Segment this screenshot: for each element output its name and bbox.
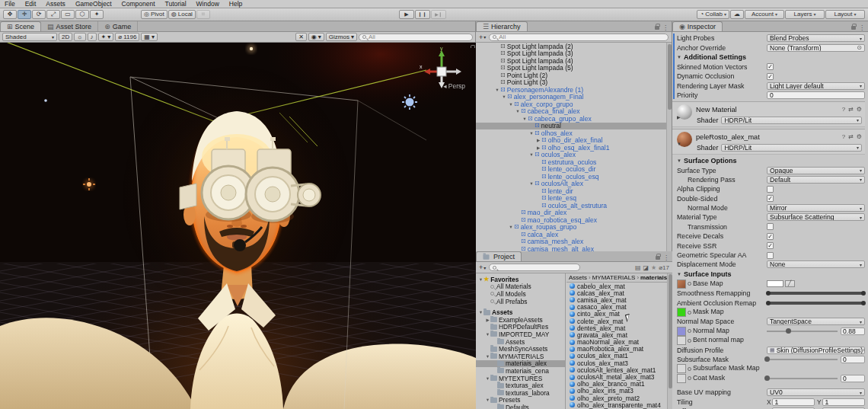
- hierarchy-item[interactable]: ▼⊡cabeca_final_alex: [476, 108, 667, 116]
- hierarchy-item[interactable]: ▼⊡alex_personagem_Final: [476, 94, 667, 101]
- dropdown-light-probes[interactable]: Blend Probes▾: [767, 34, 865, 42]
- tab-inspector[interactable]: ◉Inspector: [672, 21, 723, 31]
- texture-thumbnail-empty[interactable]: [677, 374, 686, 383]
- material-foldout-icon[interactable]: ▶: [677, 114, 681, 120]
- inspector-lock-icon[interactable]: [851, 26, 856, 30]
- layout-button[interactable]: Layout▾: [825, 10, 865, 19]
- pan-tool-button[interactable]: ✥: [3, 10, 17, 19]
- slider-track[interactable]: [767, 359, 838, 360]
- foldout-arrow-icon[interactable]: ▼: [528, 152, 535, 157]
- object-picker-icon[interactable]: ⊙: [863, 347, 865, 353]
- project-folder[interactable]: ▼IMPORTED_MAY: [476, 331, 565, 338]
- dropdown-rendering-layer-mask[interactable]: Light Layer default▾: [767, 82, 865, 90]
- project-folder[interactable]: ▼Assets: [476, 308, 565, 316]
- presets-icon[interactable]: ⇄: [848, 106, 854, 113]
- menu-component[interactable]: Component: [122, 0, 155, 8]
- scale-tool-button[interactable]: ⤢: [46, 10, 60, 19]
- hierarchy-item[interactable]: ▼⊡PersonagemAlexandre (1): [476, 86, 667, 94]
- checkbox-unchecked[interactable]: [767, 223, 774, 230]
- help-icon[interactable]: ?: [842, 133, 845, 140]
- menu-assets[interactable]: Assets: [46, 0, 65, 8]
- hierarchy-item[interactable]: ⊡lente_esq: [476, 195, 667, 203]
- slider-knob[interactable]: [764, 375, 770, 381]
- tab-game[interactable]: ⊛Game: [98, 21, 138, 31]
- persp-label[interactable]: ◂ Persp: [443, 82, 465, 90]
- hierarchy-item[interactable]: ⊡Spot Light lampada (2): [476, 43, 667, 50]
- project-lock-icon[interactable]: [656, 256, 660, 260]
- hierarchy-create-button[interactable]: +▾: [479, 34, 486, 41]
- texture-picker-dot[interactable]: [688, 311, 691, 315]
- foldout-arrow-icon[interactable]: ▼: [515, 109, 521, 113]
- breadcrumb[interactable]: Assets›MYMATERIALS›materiais_alex: [566, 273, 667, 283]
- pause-button[interactable]: ❙❙: [415, 10, 430, 19]
- project-folder[interactable]: materiais_cena: [476, 367, 565, 375]
- project-folder[interactable]: ▼★Favorites: [476, 276, 565, 283]
- scene-audio-toggle[interactable]: ♪: [88, 33, 97, 41]
- dropdown-displacement-mode[interactable]: None▾: [767, 260, 865, 268]
- search-by-type-icon[interactable]: ▤: [635, 264, 641, 271]
- hierarchy-item[interactable]: ⊡Spot Light lampada (3): [476, 50, 667, 58]
- hierarchy-item[interactable]: ⊡estrutura_oculos: [476, 158, 667, 166]
- dropdown-rendering-pass[interactable]: Default▾: [767, 176, 865, 184]
- texture-thumbnail-green[interactable]: [677, 308, 686, 317]
- move-tool-button[interactable]: ✛: [18, 10, 31, 19]
- shader-dropdown[interactable]: HDRP/Lit▾: [721, 144, 862, 152]
- axis-value-field[interactable]: 1: [822, 398, 865, 406]
- rect-tool-button[interactable]: ▭: [61, 10, 75, 19]
- play-button[interactable]: ▶: [399, 10, 414, 19]
- hierarchy-item[interactable]: ⊡neutral: [476, 123, 667, 130]
- hierarchy-item[interactable]: ⊡mao_robotica_esq_alex: [476, 216, 667, 224]
- project-hidden-count[interactable]: ⌀17: [659, 264, 669, 271]
- slider-value-field[interactable]: 0: [841, 356, 865, 363]
- texture-thumbnail-purple[interactable]: [677, 327, 686, 336]
- texture-picker-dot[interactable]: [688, 282, 691, 286]
- hierarchy-lock-icon[interactable]: [655, 26, 659, 30]
- foldout-arrow-icon[interactable]: ▼: [508, 102, 514, 107]
- hierarchy-search-input[interactable]: All: [489, 34, 669, 41]
- tab-asset-store[interactable]: ▤Asset Store: [41, 21, 98, 31]
- pivot-toggle-button[interactable]: ◎Pivot: [141, 10, 168, 19]
- foldout-arrow-icon[interactable]: ▼: [494, 88, 500, 92]
- help-icon[interactable]: ?: [842, 106, 845, 113]
- hierarchy-item[interactable]: ▼⊡alex_roupas_grupo: [476, 224, 667, 232]
- checkbox-checked[interactable]: ✓: [767, 63, 774, 70]
- text-field[interactable]: 0: [767, 91, 865, 99]
- local-toggle-button[interactable]: ◍Local: [168, 10, 196, 19]
- foldout-arrow-icon[interactable]: ▶: [485, 318, 490, 322]
- checkbox-checked[interactable]: ✓: [767, 73, 774, 80]
- slider-knob[interactable]: [764, 356, 770, 362]
- transform-tool-button[interactable]: ⬡: [75, 10, 89, 19]
- minmax-range-slider[interactable]: [767, 292, 865, 295]
- slider-value-field[interactable]: 0: [841, 375, 865, 382]
- shader-dropdown[interactable]: HDRP/Lit▾: [721, 117, 862, 124]
- project-folder[interactable]: texturas_labora: [476, 389, 565, 397]
- scene-lighting-toggle[interactable]: ☼: [74, 33, 85, 41]
- hierarchy-item[interactable]: ⊡oculos_alt_estrutura: [476, 202, 667, 209]
- menu-file[interactable]: File: [5, 0, 15, 8]
- hierarchy-item[interactable]: ⊡calca_alex: [476, 231, 667, 238]
- foldout-arrow-icon[interactable]: ▼: [528, 131, 535, 136]
- checkbox-checked[interactable]: ✓: [767, 233, 774, 240]
- hierarchy-item[interactable]: ▼⊡olhos_alex: [476, 129, 667, 137]
- hierarchy-item[interactable]: ▼⊡oculos_alex: [476, 152, 667, 159]
- scene-tools-button[interactable]: ✕: [295, 33, 307, 41]
- foldout-arrow-icon[interactable]: ▶: [535, 138, 541, 142]
- slider-knob[interactable]: [786, 328, 791, 334]
- menu-window[interactable]: Window: [196, 0, 219, 8]
- foldout-arrow-icon[interactable]: ▼: [501, 94, 507, 99]
- texture-thumbnail-skin[interactable]: [677, 280, 686, 289]
- scene-search-input[interactable]: All: [359, 34, 473, 41]
- texture-picker-dot[interactable]: [688, 329, 691, 333]
- object-field[interactable]: None (Transform)⊙: [767, 44, 865, 52]
- gizmos-dropdown[interactable]: Gizmos▾: [326, 33, 357, 41]
- texture-thumbnail-empty[interactable]: [677, 364, 686, 373]
- inspector-menu-icon[interactable]: ⋮: [859, 24, 865, 31]
- foldout-arrow-icon[interactable]: ▼: [478, 277, 483, 282]
- scene-visibility-toggle[interactable]: ⌀1196: [115, 33, 139, 41]
- hierarchy-item[interactable]: ▶⊡olho_esq_alex_final1: [476, 144, 667, 152]
- menu-tutorial[interactable]: Tutorial: [165, 0, 187, 8]
- shading-mode-dropdown[interactable]: Shaded▾: [2, 33, 57, 41]
- color-swatch[interactable]: [767, 280, 783, 287]
- object-field[interactable]: ▦Skin (DiffusionProfileSettings)⊙: [767, 347, 865, 354]
- breadcrumb-segment[interactable]: Assets: [569, 274, 587, 281]
